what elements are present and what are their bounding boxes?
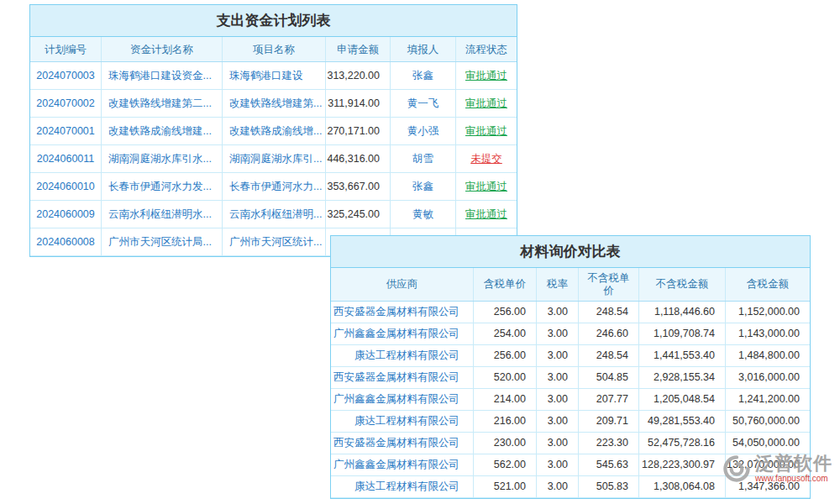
price-notax-cell: 248.54 xyxy=(579,302,639,323)
col-header-plan-name: 资金计划名称 xyxy=(102,37,223,61)
person-cell: 张鑫 xyxy=(391,62,456,89)
table-row[interactable]: 2024060011 湖南洞庭湖水库引水... 湖南洞庭湖水库引... 446,… xyxy=(30,145,517,173)
supplier-cell[interactable]: 西安盛器金属材料有限公司 xyxy=(331,302,474,323)
amount-cell: 353,667.00 xyxy=(326,173,391,200)
plan-id-cell[interactable]: 2024070003 xyxy=(30,62,102,89)
table-row[interactable]: 2024070003 珠海鹤港口建设资金... 珠海鹤港口建设 313,220.… xyxy=(30,62,517,90)
amount-tax-cell: 3,016,000.00 xyxy=(726,367,810,388)
person-cell: 张鑫 xyxy=(391,173,456,200)
table-row[interactable]: 2024070002 改建铁路线增建第二... 改建铁路线增建第... 311,… xyxy=(30,90,517,118)
table-row[interactable]: 西安盛器金属材料有限公司 230.00 3.00 223.30 52,475,7… xyxy=(331,433,810,454)
table-row[interactable]: 西安盛器金属材料有限公司 256.00 3.00 248.54 1,118,44… xyxy=(331,302,810,323)
watermark-brand: 泛普软件 xyxy=(755,454,832,474)
table-row[interactable]: 2024060010 长春市伊通河水力发... 长春市伊通河水力... 353,… xyxy=(30,173,517,201)
col-header-price-notax: 不含税单价 xyxy=(579,268,639,301)
plan-id-cell[interactable]: 2024070002 xyxy=(30,90,102,117)
project-name-cell[interactable]: 长春市伊通河水力... xyxy=(223,173,326,200)
person-cell: 胡雪 xyxy=(391,145,456,172)
price-tax-cell: 216.00 xyxy=(474,411,537,432)
project-name-cell[interactable]: 广州市天河区统计... xyxy=(223,228,326,255)
watermark-text: 泛普软件 www.fanpusoft.com xyxy=(755,454,832,484)
plan-name-cell[interactable]: 湖南洞庭湖水库引水... xyxy=(102,145,223,172)
tax-rate-cell: 3.00 xyxy=(537,367,579,388)
col-header-status: 流程状态 xyxy=(456,37,517,61)
col-header-person: 填报人 xyxy=(391,37,456,61)
plan-name-cell[interactable]: 长春市伊通河水力发... xyxy=(102,173,223,200)
status-cell[interactable]: 审批通过 xyxy=(456,173,517,200)
person-cell: 黄一飞 xyxy=(391,90,456,117)
plan-id-cell[interactable]: 2024060009 xyxy=(30,201,102,228)
table-row[interactable]: 康达工程材料有限公司 256.00 3.00 248.54 1,441,553.… xyxy=(331,345,810,367)
table-row[interactable]: 西安盛器金属材料有限公司 520.00 3.00 504.85 2,928,15… xyxy=(331,367,810,389)
project-name-cell[interactable]: 湖南洞庭湖水库引... xyxy=(223,145,326,172)
supplier-cell[interactable]: 广州鑫鑫金属材料有限公司 xyxy=(331,454,474,475)
price-notax-cell: 505.83 xyxy=(579,476,639,497)
amount-notax-cell: 1,118,446.60 xyxy=(639,302,726,323)
person-cell: 黄小强 xyxy=(391,118,456,144)
table-row[interactable]: 2024060009 云南水利枢纽潜明水... 云南水利枢纽潜明... 325,… xyxy=(30,201,517,228)
col-header-price-tax: 含税单价 xyxy=(474,268,537,301)
price-notax-cell: 207.77 xyxy=(579,389,639,410)
plan-id-cell[interactable]: 2024060008 xyxy=(30,228,102,255)
supplier-cell[interactable]: 西安盛器金属材料有限公司 xyxy=(331,367,474,388)
tax-rate-cell: 3.00 xyxy=(537,389,579,410)
supplier-cell[interactable]: 康达工程材料有限公司 xyxy=(331,411,474,432)
price-tax-cell: 254.00 xyxy=(474,323,537,344)
project-name-cell[interactable]: 珠海鹤港口建设 xyxy=(223,62,326,89)
price-notax-cell: 545.63 xyxy=(579,454,639,475)
fanpu-logo-icon xyxy=(722,454,751,483)
tax-rate-cell: 3.00 xyxy=(537,302,579,323)
person-cell: 黄敏 xyxy=(391,201,456,228)
watermark-url: www.fanpusoft.com xyxy=(755,474,832,484)
table-row[interactable]: 2024070001 改建铁路成渝线增建... 改建铁路成渝线增... 270,… xyxy=(30,118,517,145)
amount-notax-cell: 1,205,048.54 xyxy=(639,389,726,410)
status-cell[interactable]: 审批通过 xyxy=(456,201,517,228)
amount-cell: 270,171.00 xyxy=(326,118,391,144)
amount-notax-cell: 1,441,553.40 xyxy=(639,345,726,366)
table-row[interactable]: 广州鑫鑫金属材料有限公司 254.00 3.00 246.60 1,109,70… xyxy=(331,323,810,345)
amount-tax-cell: 1,241,200.00 xyxy=(726,389,810,410)
supplier-cell[interactable]: 康达工程材料有限公司 xyxy=(331,476,474,497)
project-name-cell[interactable]: 改建铁路成渝线增... xyxy=(223,118,326,144)
plan-name-cell[interactable]: 云南水利枢纽潜明水... xyxy=(102,201,223,228)
status-cell[interactable]: 审批通过 xyxy=(456,90,517,117)
table-row[interactable]: 广州鑫鑫金属材料有限公司 214.00 3.00 207.77 1,205,04… xyxy=(331,389,810,411)
plan-name-cell[interactable]: 改建铁路成渝线增建... xyxy=(102,118,223,144)
tax-rate-cell: 3.00 xyxy=(537,433,579,454)
col-header-plan-id: 计划编号 xyxy=(30,37,102,61)
tax-rate-cell: 3.00 xyxy=(537,323,579,344)
watermark: 泛普软件 www.fanpusoft.com xyxy=(722,454,832,484)
amount-notax-cell: 1,109,708.74 xyxy=(639,323,726,344)
supplier-cell[interactable]: 广州鑫鑫金属材料有限公司 xyxy=(331,323,474,344)
status-cell[interactable]: 审批通过 xyxy=(456,62,517,89)
tax-rate-cell: 3.00 xyxy=(537,476,579,497)
price-tax-cell: 214.00 xyxy=(474,389,537,410)
price-tax-cell: 230.00 xyxy=(474,433,537,454)
price-tax-cell: 256.00 xyxy=(474,302,537,323)
plan-name-cell[interactable]: 广州市天河区统计局... xyxy=(102,228,223,255)
project-name-cell[interactable]: 云南水利枢纽潜明... xyxy=(223,201,326,228)
price-notax-cell: 209.71 xyxy=(579,411,639,432)
project-name-cell[interactable]: 改建铁路线增建第... xyxy=(223,90,326,117)
price-notax-cell: 246.60 xyxy=(579,323,639,344)
supplier-cell[interactable]: 康达工程材料有限公司 xyxy=(331,345,474,366)
amount-notax-cell: 2,928,155.34 xyxy=(639,367,726,388)
quote-table-header: 供应商 含税单价 税率 不含税单价 不含税金额 含税金额 xyxy=(331,268,810,302)
amount-cell: 311,914.00 xyxy=(326,90,391,117)
status-cell[interactable]: 未提交 xyxy=(456,145,517,172)
price-tax-cell: 562.00 xyxy=(474,454,537,475)
table-row[interactable]: 康达工程材料有限公司 216.00 3.00 209.71 49,281,553… xyxy=(331,411,810,433)
plan-id-cell[interactable]: 2024060011 xyxy=(30,145,102,172)
plan-name-cell[interactable]: 珠海鹤港口建设资金... xyxy=(102,62,223,89)
supplier-cell[interactable]: 广州鑫鑫金属材料有限公司 xyxy=(331,389,474,410)
plan-id-cell[interactable]: 2024070001 xyxy=(30,118,102,144)
price-notax-cell: 504.85 xyxy=(579,367,639,388)
amount-notax-cell: 49,281,553.40 xyxy=(639,411,726,432)
plan-name-cell[interactable]: 改建铁路线增建第二... xyxy=(102,90,223,117)
supplier-cell[interactable]: 西安盛器金属材料有限公司 xyxy=(331,433,474,454)
price-notax-cell: 248.54 xyxy=(579,345,639,366)
amount-notax-cell: 52,475,728.16 xyxy=(639,433,726,454)
col-header-amount-notax: 不含税金额 xyxy=(639,268,726,301)
plan-id-cell[interactable]: 2024060010 xyxy=(30,173,102,200)
status-cell[interactable]: 审批通过 xyxy=(456,118,517,144)
